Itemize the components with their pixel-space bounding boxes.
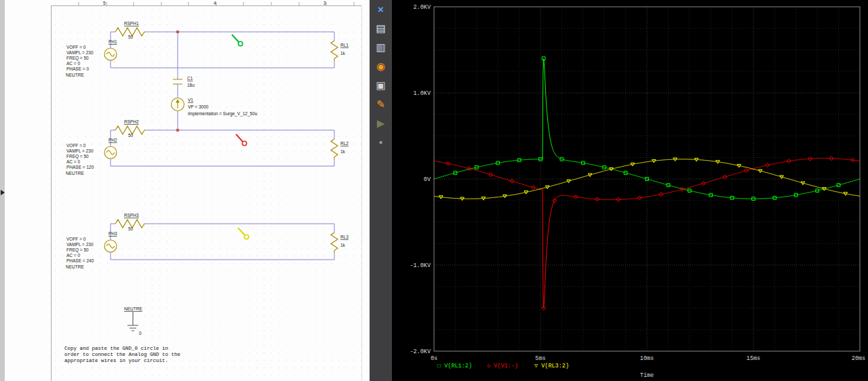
wire[interactable] xyxy=(111,130,334,166)
vsin-source-ph2[interactable] xyxy=(104,146,117,159)
close-icon[interactable]: × xyxy=(373,1,389,16)
x-tick-label: 10ms xyxy=(640,355,654,362)
schematic-canvas[interactable]: 5 4 3 RSPH1 50 PH1 VOFF = 0 VAMPL = 230 … xyxy=(0,0,370,381)
note-line: Copy and paste the GND_0 circle in xyxy=(64,346,168,351)
legend-item[interactable]: ◇ V(V1:-) xyxy=(487,363,518,369)
resistor-value[interactable]: 50 xyxy=(128,133,134,138)
x-axis-title: Time xyxy=(640,372,654,379)
schematic-editor-pane[interactable]: 5 4 3 RSPH1 50 PH1 VOFF = 0 VAMPL = 230 … xyxy=(0,0,370,381)
y-tick-label: -1.0KV xyxy=(410,262,431,269)
param-freq: FREQ = 50 xyxy=(66,247,89,253)
surge-source-impl: Implementation = Surge_V_12_50u xyxy=(188,111,258,117)
param-voff: VOFF = 0 xyxy=(66,143,86,148)
application-window: 5 4 3 RSPH1 50 PH1 VOFF = 0 VAMPL = 230 … xyxy=(0,0,868,381)
param-vampl: VAMPL = 230 xyxy=(66,148,94,153)
run-simulation-icon[interactable]: ▶ xyxy=(373,115,389,130)
load-value[interactable]: 1k xyxy=(340,51,346,56)
note-line: order to connect the Analog GND to the xyxy=(64,352,180,357)
panel-handle-icon[interactable]: ▪ xyxy=(373,134,389,149)
param-freq: FREQ = 50 xyxy=(66,56,89,61)
param-ac: AC = 0 xyxy=(66,253,80,258)
icon-glyph: ✎ xyxy=(376,99,385,109)
ruler-number: 5 xyxy=(103,1,106,5)
vsin-source-ph1[interactable] xyxy=(104,48,117,60)
param-voff: VOFF = 0 xyxy=(66,45,86,49)
voltage-probe-ph2[interactable] xyxy=(236,134,247,146)
x-tick-label: 0s xyxy=(431,355,437,362)
resistor-value[interactable]: 50 xyxy=(128,226,134,231)
param-vampl: VAMPL = 230 xyxy=(66,242,94,247)
new-simulation-profile-icon[interactable]: ▤ xyxy=(373,20,389,35)
param-ac: AC = 0 xyxy=(66,61,80,66)
voltage-probe-ph1[interactable] xyxy=(232,35,243,46)
wire[interactable] xyxy=(111,224,334,260)
icon-glyph: ▤ xyxy=(376,23,385,33)
param-vampl: VAMPL = 230 xyxy=(66,50,94,55)
resistor-rl3[interactable] xyxy=(331,233,338,253)
load-ref[interactable]: RL2 xyxy=(340,141,349,146)
load-ref[interactable]: RL3 xyxy=(340,235,349,239)
resistor-ref[interactable]: RSPH3 xyxy=(124,213,139,218)
ruler-number: 3 xyxy=(323,1,326,5)
ground-label[interactable]: NEUTRE xyxy=(124,306,142,311)
legend-item[interactable]: □ V(RL1:2) xyxy=(437,363,472,369)
ruler-number: 4 xyxy=(214,1,216,5)
param-voff: VOFF = 0 xyxy=(66,237,86,241)
icon-glyph: ▪ xyxy=(379,137,382,147)
edit-simulation-profile-icon[interactable]: ▥ xyxy=(373,39,389,54)
phase-1-circuit[interactable]: RSPH1 50 PH1 VOFF = 0 VAMPL = 230 FREQ =… xyxy=(66,21,349,77)
resistor-value[interactable]: 50 xyxy=(128,35,134,39)
capacitor-c1[interactable] xyxy=(173,79,182,84)
x-tick-label: 5ms xyxy=(535,355,545,362)
wire[interactable] xyxy=(111,32,334,68)
probe-toolbar: × ▤ ▥ ◉ ▣ ✎ ▶ ▪ xyxy=(370,0,392,381)
schematic-ruler: 5 4 3 xyxy=(51,1,362,381)
param-freq: FREQ = 50 xyxy=(66,154,89,159)
junction-dot xyxy=(176,129,179,132)
ground-symbol[interactable]: NEUTRE 0 xyxy=(124,306,142,336)
param-ac: AC = 0 xyxy=(66,159,80,164)
capacitor-value[interactable]: 18u xyxy=(187,83,195,87)
resistor-ref[interactable]: RSPH2 xyxy=(124,119,139,124)
load-value[interactable]: 1k xyxy=(340,149,346,154)
x-tick-label: 15ms xyxy=(747,355,760,362)
load-ref[interactable]: RL1 xyxy=(340,43,349,47)
edit-pencil-icon[interactable]: ✎ xyxy=(373,96,389,111)
y-tick-label: 1.0KV xyxy=(413,90,431,97)
source-ref[interactable]: PH1 xyxy=(108,39,117,44)
resistor-ref[interactable]: RSPH1 xyxy=(124,21,139,26)
schematic-note: Copy and paste the GND_0 circle in order… xyxy=(64,346,180,363)
icon-glyph: ▥ xyxy=(376,42,385,52)
y-tick-label: 2.0KV xyxy=(413,4,431,11)
icon-glyph: ◉ xyxy=(376,61,385,71)
icon-glyph: ▶ xyxy=(377,118,385,128)
surge-source-v1[interactable] xyxy=(172,98,184,111)
resistor-rl2[interactable] xyxy=(331,139,338,159)
net-label-neutre: NEUTRE xyxy=(66,171,84,176)
source-ref[interactable]: PH2 xyxy=(108,138,117,142)
legend-item[interactable]: ▽ V(RL3:2) xyxy=(534,363,569,369)
y-tick-label: -2.0KV xyxy=(410,348,431,355)
y-tick-label: 0V xyxy=(424,176,431,183)
waveform-chart[interactable]: 2.0KV1.0KV0V-1.0KV-2.0KV0s5ms10ms15ms20m… xyxy=(392,0,868,381)
capacitor-ref[interactable]: C1 xyxy=(187,76,193,81)
surge-branch[interactable]: C1 18u V1 VP = 3000 Implementation = Sur… xyxy=(172,31,258,132)
copy-pages-icon[interactable]: ▣ xyxy=(373,77,389,92)
phase-2-circuit[interactable]: RSPH2 50 PH2 VOFF = 0 VAMPL = 230 FREQ =… xyxy=(66,119,349,176)
resistor-rl1[interactable] xyxy=(331,41,338,61)
param-phase: PHASE = 240 xyxy=(66,258,94,263)
phase-3-circuit[interactable]: RSPH3 50 PH3 VOFF = 0 VAMPL = 230 FREQ =… xyxy=(66,213,349,269)
net-label-neutre: NEUTRE xyxy=(66,73,84,77)
source-ref[interactable]: PH3 xyxy=(108,231,117,236)
vsin-source-ph3[interactable] xyxy=(104,240,117,252)
load-value[interactable]: 1k xyxy=(340,243,346,247)
net-label-neutre: NEUTRE xyxy=(66,264,84,269)
voltage-probe-ph3[interactable] xyxy=(238,228,249,239)
voltage-marker-icon[interactable]: ◉ xyxy=(373,58,389,73)
waveform-plot-pane[interactable]: 2.0KV1.0KV0V-1.0KV-2.0KV0s5ms10ms15ms20m… xyxy=(392,0,868,381)
x-tick-label: 20ms xyxy=(852,355,865,362)
surge-source-ref[interactable]: V1 xyxy=(188,98,193,102)
junction-dot xyxy=(176,31,179,33)
ground-net: 0 xyxy=(139,331,142,336)
icon-glyph: × xyxy=(378,4,384,14)
